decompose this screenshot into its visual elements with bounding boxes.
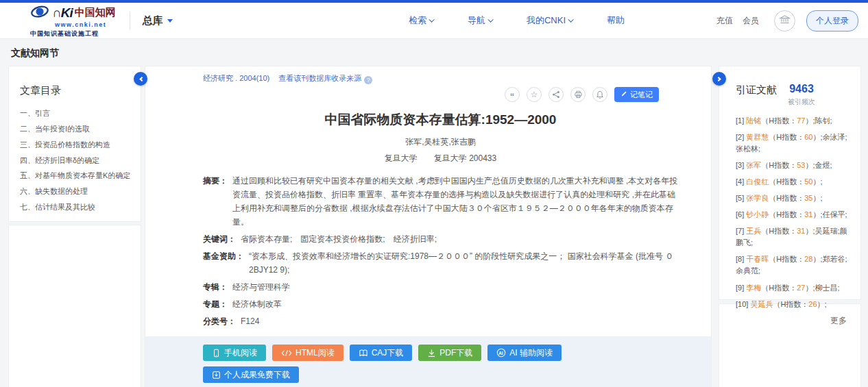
nav-item-我的CNKI[interactable]: 我的CNKI: [527, 14, 574, 27]
citation-item: [9] 李梅（H指数：27）;柳士昌;: [736, 282, 849, 294]
clc-text: F124: [241, 314, 678, 328]
abstract-row: 摘要： 通过回顾和比较已有研究中国资本存量的相关文献 ,考虑到中国国内生产总值历…: [203, 174, 678, 229]
main-column: 经济研究 . 2004(10) 查看该刊数据库收录来源 “ ☆: [145, 66, 712, 387]
article-authors[interactable]: 张军,吴桂英,张吉鹏: [203, 136, 678, 148]
nav-item-帮助[interactable]: 帮助: [607, 14, 625, 27]
action-button-AI 辅助阅读[interactable]: AIAI 辅助阅读: [487, 345, 562, 361]
album-text: 经济与管理科学: [232, 280, 678, 294]
abstract-label: 摘要：: [203, 174, 228, 229]
help-icon[interactable]: [364, 76, 372, 84]
citation-h-value: 26: [808, 300, 817, 308]
star-icon[interactable]: ☆: [527, 87, 542, 102]
cnki-logo[interactable]: ∩Ki 中国知网 www.cnki.net 中国知识基础设施工程: [30, 3, 116, 38]
action-button-label: 手机阅读: [224, 347, 257, 359]
citations-count[interactable]: 9463: [788, 83, 815, 95]
print-icon[interactable]: [570, 87, 586, 102]
citations-more-link[interactable]: 更多: [736, 315, 851, 327]
nav-item-检索[interactable]: 检索: [409, 14, 435, 27]
fund-text[interactable]: “资本形成、投资效率和经济增长的实证研究:1978—２０００” 的阶段性研究成果…: [249, 249, 678, 277]
citation-author-link[interactable]: 陆铭: [746, 116, 761, 125]
toc-item[interactable]: 三、投资品价格指数的构造: [20, 140, 134, 150]
left-secondary-panel: [8, 225, 141, 387]
chevron-down-icon: [167, 19, 173, 23]
action-button-label: 个人成果免费下载: [224, 369, 290, 381]
clc-label: 分类号：: [203, 314, 236, 328]
action-buttons-row2: 个人成果免费下载: [203, 366, 678, 383]
action-button-label: CAJ下载: [372, 347, 404, 359]
source-database-link[interactable]: 查看该刊数据库收录来源: [278, 74, 361, 82]
nav-item-label: 我的CNKI: [527, 14, 566, 27]
take-note-button[interactable]: 记笔记: [614, 87, 659, 102]
journal-link[interactable]: 经济研究: [203, 74, 233, 82]
citation-author-link[interactable]: 张军: [746, 161, 761, 169]
header: ∩Ki 中国知网 www.cnki.net 中国知识基础设施工程 总库 检索导航…: [0, 3, 868, 39]
recharge-link[interactable]: 充值: [716, 15, 733, 27]
action-button-HTML阅读[interactable]: HTML阅读: [272, 345, 343, 361]
citation-item: [6] 钞小静（H指数：31）;任保平;: [736, 209, 849, 221]
citation-author-link[interactable]: 张学良: [746, 194, 769, 202]
citation-author-link[interactable]: 钞小静: [746, 210, 769, 219]
toc-title: 文章目录: [20, 84, 134, 97]
action-button-label: AI 辅助阅读: [509, 347, 553, 359]
toc-item[interactable]: 四、经济折旧率δ的确定: [20, 155, 134, 166]
nav-item-导航[interactable]: 导航: [468, 14, 494, 27]
citation-coauthors: ;: [825, 300, 827, 308]
citation-author-link[interactable]: 黄群慧: [746, 133, 769, 141]
toc-item[interactable]: 五、对基年物质资本存量K的确定: [20, 171, 134, 181]
breadcrumb-row: 文献知网节: [0, 39, 868, 66]
chevron-down-icon: [429, 16, 434, 22]
citation-author-link[interactable]: 干春晖: [746, 255, 769, 263]
action-button-个人成果免费下载[interactable]: 个人成果免费下载: [203, 366, 299, 383]
toc-item[interactable]: 一、引言: [20, 108, 134, 118]
citation-h-suffix: ）: [806, 161, 813, 169]
citation-coauthors: ;: [821, 177, 823, 186]
toc-item[interactable]: 七、估计结果及其比较: [20, 202, 134, 212]
toc-item[interactable]: 六、缺失数据的处理: [20, 186, 134, 197]
citations-count-block[interactable]: 9463 被引频次: [788, 83, 815, 107]
citation-h-suffix: ）: [806, 227, 813, 235]
nav-item-label: 帮助: [607, 14, 625, 27]
download-icon: [427, 349, 436, 358]
citation-author-link[interactable]: 吴延兵: [750, 300, 773, 308]
bell-icon[interactable]: [592, 87, 607, 102]
citation-h-value: 28: [804, 255, 812, 263]
nav-item-label: 检索: [409, 14, 426, 27]
citation-author-link[interactable]: 王兵: [746, 227, 761, 235]
collapse-right-panel-button[interactable]: [712, 72, 726, 86]
article-toolbar: “ ☆ 记笔记: [203, 87, 659, 102]
header-right: 充值 会员 个人登录: [716, 10, 858, 32]
citation-author-link[interactable]: 白俊红: [746, 177, 769, 186]
database-switcher-label: 总库: [143, 14, 163, 27]
quote-icon[interactable]: “: [505, 87, 520, 102]
toc-panel: 文章目录 一、引言二、当年投资I的选取三、投资品价格指数的构造四、经济折旧率δ的…: [8, 66, 141, 222]
html-icon: [281, 349, 292, 357]
citations-list: [1] 陆铭（H指数：77）;陈钊;[2] 黄群慧（H指数：60）;余泳泽;张松…: [736, 115, 851, 310]
action-button-手机阅读[interactable]: 手机阅读: [203, 345, 266, 361]
database-switcher[interactable]: 总库: [143, 14, 173, 27]
citation-author-link[interactable]: 李梅: [746, 284, 761, 292]
citation-h-label: （H指数：: [769, 194, 804, 202]
share-icon[interactable]: [548, 87, 564, 102]
personal-login-button[interactable]: 个人登录: [806, 10, 858, 32]
toc-item[interactable]: 二、当年投资I的选取: [20, 124, 134, 134]
action-buttons-row1: 手机阅读HTML阅读CAJ下载PDF下载AIAI 辅助阅读: [203, 345, 678, 361]
page-content: 文章目录 一、引言二、当年投资I的选取三、投资品价格指数的构造四、经济折旧率δ的…: [0, 66, 868, 387]
collapse-left-panel-button[interactable]: [134, 72, 147, 86]
institution-login-button[interactable]: [774, 10, 795, 32]
breadcrumb: 文献知网节: [11, 47, 59, 58]
citation-h-suffix: ）: [806, 284, 813, 292]
bank-icon: [779, 14, 791, 28]
citations-header: 引证文献 9463 被引频次: [736, 83, 851, 107]
citation-h-label: （H指数：: [761, 284, 797, 292]
keywords-text[interactable]: 省际资本存量; 固定资本投资价格指数; 经济折旧率;: [241, 232, 678, 246]
article-affiliation[interactable]: 复旦大学 复旦大学 200433: [203, 153, 678, 164]
citation-index: [4]: [736, 177, 746, 186]
action-button-CAJ下载[interactable]: CAJ下载: [350, 345, 413, 361]
take-note-label: 记笔记: [630, 90, 653, 100]
member-link[interactable]: 会员: [743, 15, 759, 27]
clc-row: 分类号： F124: [203, 314, 678, 328]
citation-h-suffix: ）: [813, 255, 821, 263]
citation-h-label: （H指数：: [769, 177, 804, 186]
citation-h-value: 53: [797, 161, 805, 169]
action-button-PDF下载[interactable]: PDF下载: [418, 345, 481, 361]
